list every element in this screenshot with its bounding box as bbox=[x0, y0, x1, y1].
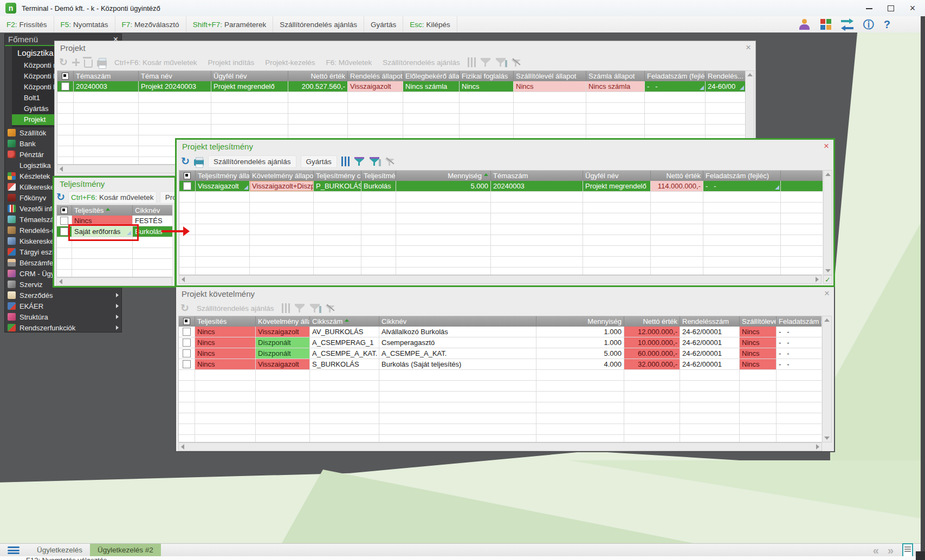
table-cell[interactable]: Nincs bbox=[195, 348, 256, 359]
menu-item-nyomtatas[interactable]: F5:Nyomtatás bbox=[54, 16, 115, 32]
column-header[interactable]: Téma név bbox=[139, 71, 211, 81]
column-header[interactable]: Teljesítmény bbox=[361, 171, 396, 181]
table-cell[interactable]: A_CSEMPERAG_1 bbox=[310, 337, 379, 348]
gyartas-button[interactable]: Gyártás bbox=[301, 155, 337, 168]
projekt-teljesitmeny-close-icon[interactable]: × bbox=[824, 141, 829, 152]
column-header[interactable]: Nettó érték bbox=[651, 171, 703, 181]
table-cell[interactable]: 24-62/00001 bbox=[680, 348, 740, 359]
column-header[interactable]: Nettó érték bbox=[624, 316, 680, 327]
menu-item-frissites[interactable]: F2:Frissítés bbox=[0, 16, 54, 32]
table-cell[interactable]: - - bbox=[777, 327, 821, 337]
table-cell[interactable]: Diszponált bbox=[256, 337, 310, 348]
teljesitmeny-hscroll[interactable] bbox=[56, 277, 172, 286]
column-header[interactable]: Teljesítés bbox=[72, 205, 133, 216]
select-all-checkbox[interactable] bbox=[183, 318, 190, 325]
row-checkbox[interactable] bbox=[60, 217, 68, 225]
table-cell[interactable]: Csemperagasztó bbox=[379, 337, 536, 348]
table-cell[interactable]: 12.000.000,- bbox=[624, 327, 680, 337]
table-cell[interactable]: Projekt megrendelő bbox=[211, 81, 288, 92]
projekt-kovetelmeny-vscroll[interactable] bbox=[822, 316, 832, 442]
table-cell[interactable]: - - bbox=[703, 181, 781, 192]
projekt-close-icon[interactable]: × bbox=[746, 42, 751, 53]
table-cell[interactable]: Nincs bbox=[740, 337, 777, 348]
row-checkbox[interactable] bbox=[183, 328, 191, 336]
sidebar-item[interactable]: Szerződés bbox=[5, 290, 121, 301]
table-cell[interactable] bbox=[179, 337, 195, 348]
column-header[interactable]: Szállítólevél állapot bbox=[514, 71, 586, 81]
column-header[interactable]: Feladatszám (fejléc) bbox=[703, 171, 781, 181]
table-cell[interactable]: Visszaigazolt bbox=[256, 359, 310, 370]
table-cell[interactable] bbox=[179, 181, 196, 192]
refresh-icon[interactable]: ↻ bbox=[56, 192, 65, 202]
menu-item-mezovalaszto[interactable]: F7:Mezőválasztó bbox=[115, 16, 186, 32]
table-cell[interactable]: Diszponált bbox=[256, 348, 310, 359]
column-header[interactable]: Nettó érték bbox=[288, 71, 348, 81]
row-checkbox[interactable] bbox=[61, 82, 69, 90]
select-all-checkbox[interactable] bbox=[184, 172, 191, 179]
table-cell[interactable]: Alvállalkozó Burkolás bbox=[379, 327, 536, 337]
table-cell[interactable]: Nincs számla bbox=[586, 81, 645, 92]
column-header[interactable]: Feladatszám (fejléc) bbox=[645, 71, 706, 81]
table-cell[interactable]: A_CSEMPE_A_KAT. bbox=[379, 348, 536, 359]
table-cell[interactable]: Nincs bbox=[195, 337, 256, 348]
column-header[interactable]: Teljesítmény álla... bbox=[196, 171, 250, 181]
sidebar-item[interactable]: Rendszerfunkciók bbox=[5, 322, 121, 333]
help-icon[interactable]: ? bbox=[884, 18, 890, 31]
table-cell[interactable]: 24-62/00001 bbox=[680, 337, 740, 348]
table-cell[interactable]: AV_BURKOLÁS bbox=[310, 327, 379, 337]
column-header[interactable]: Mennyiség bbox=[536, 316, 624, 327]
table-cell[interactable]: 20240003 bbox=[491, 181, 583, 192]
table-cell[interactable]: 1.000 bbox=[536, 327, 624, 337]
projekt-kovetelmeny-close-icon[interactable]: × bbox=[824, 288, 830, 299]
table-cell[interactable]: 32.000.000,- bbox=[624, 359, 680, 370]
column-header[interactable]: Cikknév bbox=[133, 205, 172, 216]
table-cell[interactable]: - - bbox=[777, 337, 821, 348]
minimize-button[interactable] bbox=[865, 4, 873, 12]
tab-list-icon[interactable] bbox=[902, 543, 913, 557]
table-cell[interactable] bbox=[781, 181, 823, 192]
columns-icon[interactable] bbox=[341, 157, 350, 166]
table-cell[interactable]: 4.000 bbox=[536, 359, 624, 370]
row-checkbox[interactable] bbox=[183, 338, 191, 347]
table-cell[interactable]: 114.000.000,- bbox=[651, 181, 703, 192]
menu-item-szallitorendeles[interactable]: Szállítórendelés ajánlás bbox=[273, 16, 364, 32]
table-cell[interactable]: Nincs bbox=[740, 348, 777, 359]
table-cell[interactable]: Nincs bbox=[195, 327, 256, 337]
table-cell[interactable]: Nincs bbox=[514, 81, 586, 92]
close-button[interactable]: × bbox=[909, 4, 916, 12]
transfer-arrows-icon[interactable] bbox=[841, 18, 853, 31]
menu-item-gyartas[interactable]: Gyártás bbox=[364, 16, 403, 32]
row-checkbox[interactable] bbox=[183, 349, 191, 357]
table-cell[interactable]: Burkolás bbox=[361, 181, 396, 192]
menu-item-kilepes[interactable]: Esc:Kilépés bbox=[403, 16, 457, 32]
column-header[interactable] bbox=[179, 316, 195, 327]
column-header[interactable]: Feladatszám (tétel) bbox=[777, 316, 821, 327]
confirm-check-icon[interactable]: ✓ bbox=[823, 275, 832, 284]
next-tab-icon[interactable]: » bbox=[888, 545, 894, 556]
column-header[interactable] bbox=[57, 205, 72, 216]
column-header[interactable] bbox=[179, 171, 196, 181]
table-cell[interactable] bbox=[179, 348, 195, 359]
column-header[interactable] bbox=[57, 71, 74, 81]
column-header[interactable]: Ügyfél név bbox=[583, 171, 651, 181]
tab-ugyletkezeles-2[interactable]: Ügyletkezelés #2 bbox=[90, 544, 161, 557]
table-cell[interactable]: Nincs bbox=[740, 359, 777, 370]
column-header[interactable]: Témaszám bbox=[74, 71, 139, 81]
table-row[interactable]: NincsVisszaigazoltAV_BURKOLÁSAlvállalkoz… bbox=[179, 327, 821, 337]
column-header[interactable]: Cikkszám bbox=[310, 316, 379, 327]
column-header[interactable]: Teljesítés bbox=[195, 316, 256, 327]
column-header[interactable]: Rendelésszám bbox=[680, 316, 740, 327]
table-cell[interactable]: Visszaigazolt bbox=[196, 181, 250, 192]
row-checkbox[interactable] bbox=[183, 360, 191, 368]
table-cell[interactable] bbox=[179, 327, 195, 337]
projekt-teljesitmeny-hscroll[interactable] bbox=[179, 275, 821, 284]
column-header[interactable]: Témaszám bbox=[491, 171, 583, 181]
table-cell[interactable]: Visszaigazolt+Diszponált bbox=[250, 181, 314, 192]
table-cell[interactable]: Burkolás (Saját teljesítés) bbox=[379, 359, 536, 370]
column-header[interactable]: Fizikai foglalás bbox=[460, 71, 514, 81]
table-cell[interactable]: 200.527.560,- bbox=[288, 81, 348, 92]
column-header[interactable]: Követelmény állapot bbox=[256, 316, 310, 327]
filter-icon[interactable] bbox=[354, 157, 365, 166]
sidebar-item[interactable]: Struktúra bbox=[5, 311, 121, 322]
column-header[interactable]: Rendelés... bbox=[706, 71, 745, 81]
